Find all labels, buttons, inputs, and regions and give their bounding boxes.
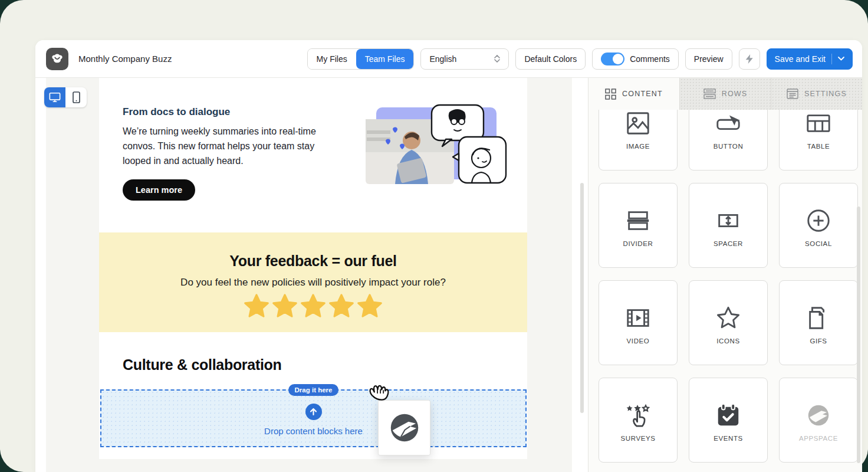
tile-label: VIDEO — [627, 337, 650, 345]
table-icon — [805, 110, 832, 143]
tab-rows[interactable]: ROWS — [679, 78, 771, 110]
tile-label: IMAGE — [626, 143, 650, 150]
comments-control: Comments — [592, 48, 679, 70]
star-icon[interactable] — [328, 293, 354, 318]
culture-heading[interactable]: Culture & collaboration — [123, 356, 282, 373]
tile-divider[interactable]: DIVIDER — [599, 183, 678, 268]
image-icon — [624, 110, 652, 143]
feedback-question: Do you feel the new policies will positi… — [99, 277, 527, 289]
tile-gifs[interactable]: GIFS — [779, 280, 858, 365]
comments-toggle[interactable] — [601, 53, 624, 65]
appspace-icon — [805, 378, 832, 435]
tile-label: EVENTS — [714, 435, 743, 442]
video-icon — [624, 281, 652, 337]
select-updown-icon — [494, 55, 500, 63]
top-toolbar: Monthly Company Buzz My Files Team Files… — [35, 40, 862, 78]
social-icon — [805, 183, 832, 240]
icons-star-icon — [715, 281, 742, 337]
tile-social[interactable]: SOCIAL — [779, 183, 858, 268]
star-icon[interactable] — [272, 293, 298, 318]
spacer-icon — [715, 183, 742, 240]
default-colors-button[interactable]: Default Colors — [515, 48, 586, 70]
mobile-icon — [73, 91, 80, 103]
sidebar-scrollbar[interactable] — [857, 206, 860, 463]
drag-it-here-tooltip: Drag it here — [288, 384, 339, 396]
quick-actions-button[interactable] — [739, 48, 760, 70]
desktop-view-button[interactable] — [44, 87, 65, 107]
feedback-heading: Your feedback = our fuel — [99, 253, 527, 270]
surveys-icon — [624, 378, 652, 435]
tile-spacer[interactable]: SPACER — [689, 183, 768, 268]
appspace-logo-icon — [386, 409, 423, 446]
preview-button[interactable]: Preview — [685, 48, 732, 70]
canvas-scrollbar[interactable] — [580, 183, 584, 413]
lightning-icon — [745, 54, 754, 64]
intro-hero-image[interactable] — [366, 104, 507, 184]
mobile-view-button[interactable] — [65, 87, 87, 107]
save-and-exit-label: Save and Exit — [775, 54, 826, 64]
grab-cursor-icon — [366, 381, 392, 408]
device-preview-toggle — [44, 87, 87, 107]
button-divider — [831, 54, 832, 64]
tile-events[interactable]: EVENTS — [689, 378, 768, 463]
tile-surveys[interactable]: SURVEYS — [599, 378, 678, 463]
tile-appspace[interactable]: APPSPACE — [779, 378, 858, 463]
button-icon — [715, 110, 742, 143]
tile-label: SOCIAL — [805, 240, 832, 247]
arrow-up-icon — [305, 404, 322, 420]
tile-table[interactable]: TABLE — [779, 110, 858, 171]
events-icon — [715, 378, 742, 435]
dropzone[interactable]: Drag it here Drop content blocks here — [100, 389, 527, 447]
tile-button[interactable]: BUTTON — [689, 110, 768, 171]
tab-settings[interactable]: SETTINGS — [771, 78, 862, 110]
content-block-grid: IMAGE BUTTON — [599, 110, 858, 463]
editor-window: Monthly Company Buzz My Files Team Files… — [35, 40, 862, 472]
email-document[interactable]: From docs to dialogue We’re turning week… — [99, 78, 527, 459]
settings-icon — [787, 88, 798, 99]
sidebar-tabs: CONTENT ROWS — [588, 78, 862, 110]
sidebar-panel: CONTENT ROWS — [588, 78, 862, 472]
email-canvas: From docs to dialogue We’re turning week… — [35, 78, 588, 472]
rows-icon — [703, 88, 716, 99]
content-grid-icon — [605, 88, 616, 100]
feedback-section[interactable]: Your feedback = our fuel Do you feel the… — [99, 232, 527, 332]
tile-label: SPACER — [714, 240, 743, 247]
tab-settings-label: SETTINGS — [804, 90, 847, 98]
star-icon[interactable] — [357, 293, 383, 318]
intro-heading[interactable]: From docs to dialogue — [123, 106, 230, 118]
tile-icons[interactable]: ICONS — [689, 280, 768, 365]
desktop-icon — [49, 92, 61, 103]
intro-body[interactable]: We’re turning weekly summaries into real… — [123, 124, 335, 168]
language-selected-value: English — [429, 54, 456, 64]
tile-label: TABLE — [807, 143, 830, 150]
my-files-button[interactable]: My Files — [308, 49, 356, 69]
star-icon[interactable] — [244, 293, 269, 318]
tile-label: ICONS — [716, 337, 739, 345]
learn-more-button[interactable]: Learn more — [123, 179, 195, 201]
tile-image[interactable]: IMAGE — [599, 110, 678, 171]
tile-video[interactable]: VIDEO — [599, 280, 678, 365]
chevron-down-icon — [838, 57, 844, 61]
tile-label: SURVEYS — [621, 435, 656, 442]
tile-label: GIFS — [810, 337, 827, 345]
content-blocks-panel: IMAGE BUTTON — [588, 110, 862, 472]
divider-icon — [624, 183, 652, 240]
files-segmented-control: My Files Team Files — [307, 48, 415, 70]
dragged-appspace-tile[interactable] — [378, 400, 430, 455]
beefree-logo — [46, 48, 68, 70]
tile-label: BUTTON — [714, 143, 744, 150]
tab-rows-label: ROWS — [722, 90, 748, 98]
language-select[interactable]: English — [420, 48, 509, 70]
tile-label: DIVIDER — [623, 240, 653, 247]
document-title: Monthly Company Buzz — [78, 54, 172, 64]
tab-content[interactable]: CONTENT — [588, 78, 679, 110]
gifs-icon — [805, 281, 832, 337]
team-files-button[interactable]: Team Files — [356, 49, 414, 69]
save-and-exit-button[interactable]: Save and Exit — [767, 48, 853, 70]
tile-label: APPSPACE — [799, 435, 838, 442]
tab-content-label: CONTENT — [622, 90, 663, 98]
dropzone-label: Drop content blocks here — [101, 426, 525, 436]
star-rating[interactable] — [99, 293, 527, 318]
star-icon[interactable] — [300, 293, 326, 318]
comments-label: Comments — [630, 54, 670, 64]
